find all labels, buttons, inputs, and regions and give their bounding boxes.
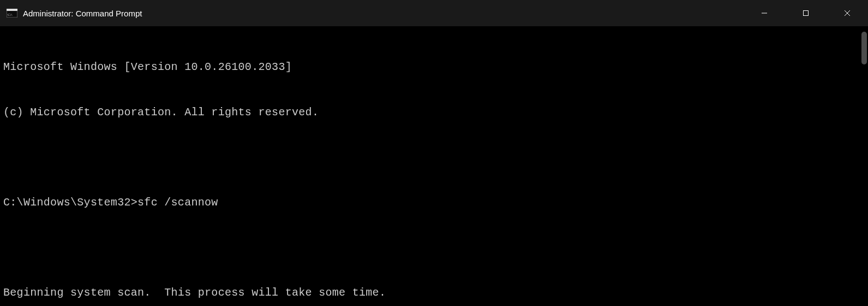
command-text: sfc /scannow bbox=[137, 195, 218, 210]
prompt-path: C:\Windows\System32> bbox=[3, 195, 137, 210]
blank-line bbox=[3, 240, 865, 255]
svg-rect-4 bbox=[804, 11, 809, 16]
window-controls bbox=[744, 0, 868, 26]
svg-rect-1 bbox=[7, 9, 17, 11]
maximize-icon bbox=[803, 10, 809, 16]
minimize-icon bbox=[761, 10, 768, 16]
maximize-button[interactable] bbox=[785, 0, 827, 26]
blank-line bbox=[3, 150, 865, 165]
svg-text:C:\: C:\ bbox=[8, 13, 13, 17]
close-icon bbox=[844, 10, 851, 16]
output-line: Beginning system scan. This process will… bbox=[3, 285, 865, 301]
window-title: Administrator: Command Prompt bbox=[23, 9, 142, 18]
output-line: (c) Microsoft Corporation. All rights re… bbox=[3, 105, 865, 120]
title-bar[interactable]: C:\ Administrator: Command Prompt bbox=[0, 0, 868, 26]
terminal-output[interactable]: Microsoft Windows [Version 10.0.26100.20… bbox=[0, 26, 868, 306]
scrollbar-thumb[interactable] bbox=[861, 32, 867, 64]
close-button[interactable] bbox=[827, 0, 868, 26]
cmd-icon: C:\ bbox=[7, 9, 17, 17]
output-line: Microsoft Windows [Version 10.0.26100.20… bbox=[3, 60, 865, 75]
prompt-line: C:\Windows\System32>sfc /scannow bbox=[3, 195, 865, 210]
minimize-button[interactable] bbox=[744, 0, 785, 26]
